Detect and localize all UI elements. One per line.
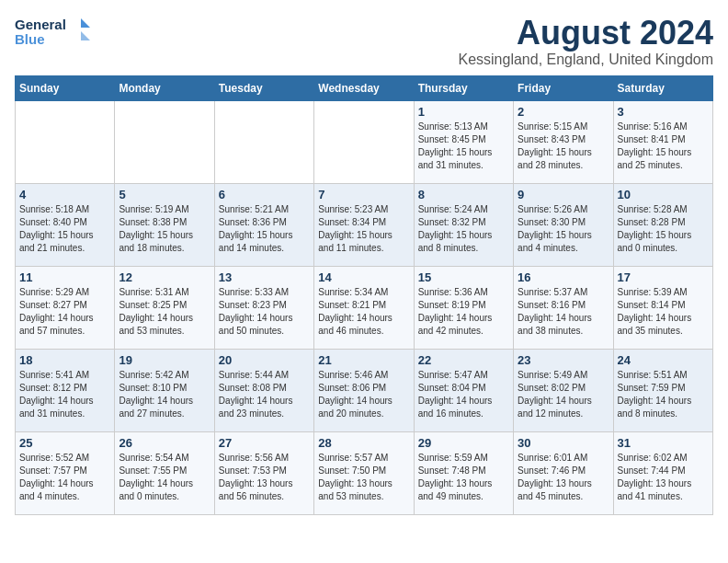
day-number: 17 bbox=[618, 270, 709, 284]
day-number: 9 bbox=[518, 188, 609, 201]
calendar-cell: 19Sunrise: 5:42 AM Sunset: 8:10 PM Dayli… bbox=[115, 349, 214, 431]
day-number: 14 bbox=[318, 270, 409, 284]
day-number: 20 bbox=[219, 353, 310, 367]
calendar-cell bbox=[16, 100, 115, 183]
calendar-cell: 5Sunrise: 5:19 AM Sunset: 8:38 PM Daylig… bbox=[115, 183, 214, 266]
calendar-cell: 25Sunrise: 5:52 AM Sunset: 7:57 PM Dayli… bbox=[16, 431, 115, 514]
day-number: 29 bbox=[418, 436, 509, 450]
calendar-week-row: 4Sunrise: 5:18 AM Sunset: 8:40 PM Daylig… bbox=[16, 183, 713, 266]
day-number: 19 bbox=[119, 353, 210, 367]
day-info: Sunrise: 5:49 AM Sunset: 8:02 PM Dayligh… bbox=[518, 369, 609, 420]
calendar-cell: 11Sunrise: 5:29 AM Sunset: 8:27 PM Dayli… bbox=[16, 266, 115, 349]
calendar-week-row: 11Sunrise: 5:29 AM Sunset: 8:27 PM Dayli… bbox=[16, 266, 713, 349]
day-info: Sunrise: 5:44 AM Sunset: 8:08 PM Dayligh… bbox=[219, 369, 310, 420]
day-info: Sunrise: 5:23 AM Sunset: 8:34 PM Dayligh… bbox=[318, 203, 409, 255]
calendar-cell: 13Sunrise: 5:33 AM Sunset: 8:23 PM Dayli… bbox=[214, 266, 313, 349]
day-number: 28 bbox=[318, 436, 409, 450]
day-info: Sunrise: 5:52 AM Sunset: 7:57 PM Dayligh… bbox=[19, 452, 110, 503]
calendar-cell: 2Sunrise: 5:15 AM Sunset: 8:43 PM Daylig… bbox=[514, 100, 613, 183]
calendar-cell: 10Sunrise: 5:28 AM Sunset: 8:28 PM Dayli… bbox=[613, 183, 712, 266]
day-number: 12 bbox=[119, 270, 210, 284]
day-info: Sunrise: 5:28 AM Sunset: 8:28 PM Dayligh… bbox=[618, 203, 709, 255]
calendar-cell: 3Sunrise: 5:16 AM Sunset: 8:41 PM Daylig… bbox=[613, 100, 712, 183]
calendar-cell: 15Sunrise: 5:36 AM Sunset: 8:19 PM Dayli… bbox=[414, 266, 513, 349]
day-info: Sunrise: 6:01 AM Sunset: 7:46 PM Dayligh… bbox=[518, 452, 609, 503]
logo: General Blue bbox=[15, 15, 97, 53]
calendar-cell: 6Sunrise: 5:21 AM Sunset: 8:36 PM Daylig… bbox=[214, 183, 313, 266]
calendar-table: SundayMondayTuesdayWednesdayThursdayFrid… bbox=[15, 75, 713, 515]
day-number: 25 bbox=[19, 436, 110, 450]
calendar-cell: 29Sunrise: 5:59 AM Sunset: 7:48 PM Dayli… bbox=[414, 431, 513, 514]
day-info: Sunrise: 5:51 AM Sunset: 7:59 PM Dayligh… bbox=[618, 369, 709, 420]
calendar-cell: 31Sunrise: 6:02 AM Sunset: 7:44 PM Dayli… bbox=[613, 431, 712, 514]
calendar-cell: 1Sunrise: 5:13 AM Sunset: 8:45 PM Daylig… bbox=[414, 100, 513, 183]
day-number: 22 bbox=[418, 353, 509, 367]
logo-svg: General Blue bbox=[15, 15, 97, 50]
day-header-monday: Monday bbox=[115, 75, 214, 100]
day-header-thursday: Thursday bbox=[414, 75, 513, 100]
day-number: 10 bbox=[618, 188, 709, 201]
day-number: 2 bbox=[518, 105, 609, 119]
calendar-cell: 26Sunrise: 5:54 AM Sunset: 7:55 PM Dayli… bbox=[115, 431, 214, 514]
day-info: Sunrise: 6:02 AM Sunset: 7:44 PM Dayligh… bbox=[618, 452, 709, 503]
day-number: 24 bbox=[618, 353, 709, 367]
calendar-cell: 24Sunrise: 5:51 AM Sunset: 7:59 PM Dayli… bbox=[613, 349, 712, 431]
day-info: Sunrise: 5:31 AM Sunset: 8:25 PM Dayligh… bbox=[119, 286, 210, 338]
day-info: Sunrise: 5:15 AM Sunset: 8:43 PM Dayligh… bbox=[518, 121, 609, 172]
day-number: 26 bbox=[119, 436, 210, 450]
day-number: 5 bbox=[119, 188, 210, 201]
svg-text:Blue: Blue bbox=[15, 31, 45, 47]
day-info: Sunrise: 5:41 AM Sunset: 8:12 PM Dayligh… bbox=[19, 369, 110, 420]
calendar-week-row: 18Sunrise: 5:41 AM Sunset: 8:12 PM Dayli… bbox=[16, 349, 713, 431]
calendar-cell: 30Sunrise: 6:01 AM Sunset: 7:46 PM Dayli… bbox=[514, 431, 613, 514]
day-info: Sunrise: 5:59 AM Sunset: 7:48 PM Dayligh… bbox=[418, 452, 509, 503]
svg-marker-2 bbox=[81, 18, 90, 28]
day-number: 8 bbox=[418, 188, 509, 201]
day-info: Sunrise: 5:16 AM Sunset: 8:41 PM Dayligh… bbox=[618, 121, 709, 172]
day-info: Sunrise: 5:56 AM Sunset: 7:53 PM Dayligh… bbox=[219, 452, 310, 503]
day-info: Sunrise: 5:29 AM Sunset: 8:27 PM Dayligh… bbox=[19, 286, 110, 338]
day-info: Sunrise: 5:37 AM Sunset: 8:16 PM Dayligh… bbox=[518, 286, 609, 338]
logo-text: General Blue bbox=[15, 15, 97, 53]
page-header: General Blue August 2024 Kessingland, En… bbox=[15, 15, 713, 68]
calendar-cell bbox=[214, 100, 313, 183]
day-header-wednesday: Wednesday bbox=[314, 75, 414, 100]
subtitle: Kessingland, England, United Kingdom bbox=[458, 52, 713, 68]
calendar-cell: 9Sunrise: 5:26 AM Sunset: 8:30 PM Daylig… bbox=[514, 183, 613, 266]
calendar-cell bbox=[314, 100, 414, 183]
day-info: Sunrise: 5:34 AM Sunset: 8:21 PM Dayligh… bbox=[318, 286, 409, 338]
day-number: 27 bbox=[219, 436, 310, 450]
day-number: 1 bbox=[418, 105, 509, 119]
calendar-cell: 28Sunrise: 5:57 AM Sunset: 7:50 PM Dayli… bbox=[314, 431, 414, 514]
day-info: Sunrise: 5:26 AM Sunset: 8:30 PM Dayligh… bbox=[518, 203, 609, 255]
day-number: 31 bbox=[618, 436, 709, 450]
day-number: 4 bbox=[19, 188, 110, 201]
day-info: Sunrise: 5:46 AM Sunset: 8:06 PM Dayligh… bbox=[318, 369, 409, 420]
day-number: 3 bbox=[618, 105, 709, 119]
day-info: Sunrise: 5:21 AM Sunset: 8:36 PM Dayligh… bbox=[219, 203, 310, 255]
calendar-week-row: 25Sunrise: 5:52 AM Sunset: 7:57 PM Dayli… bbox=[16, 431, 713, 514]
day-number: 18 bbox=[19, 353, 110, 367]
day-info: Sunrise: 5:47 AM Sunset: 8:04 PM Dayligh… bbox=[418, 369, 509, 420]
calendar-cell: 21Sunrise: 5:46 AM Sunset: 8:06 PM Dayli… bbox=[314, 349, 414, 431]
day-info: Sunrise: 5:54 AM Sunset: 7:55 PM Dayligh… bbox=[119, 452, 210, 503]
svg-text:General: General bbox=[15, 17, 66, 32]
calendar-week-row: 1Sunrise: 5:13 AM Sunset: 8:45 PM Daylig… bbox=[16, 100, 713, 183]
day-info: Sunrise: 5:24 AM Sunset: 8:32 PM Dayligh… bbox=[418, 203, 509, 255]
calendar-cell: 18Sunrise: 5:41 AM Sunset: 8:12 PM Dayli… bbox=[16, 349, 115, 431]
svg-marker-3 bbox=[81, 31, 90, 40]
day-number: 13 bbox=[219, 270, 310, 284]
day-number: 6 bbox=[219, 188, 310, 201]
day-header-saturday: Saturday bbox=[613, 75, 712, 100]
day-number: 7 bbox=[318, 188, 409, 201]
day-number: 11 bbox=[19, 270, 110, 284]
day-header-friday: Friday bbox=[514, 75, 613, 100]
main-title: August 2024 bbox=[458, 15, 713, 52]
calendar-cell: 4Sunrise: 5:18 AM Sunset: 8:40 PM Daylig… bbox=[16, 183, 115, 266]
day-number: 30 bbox=[518, 436, 609, 450]
calendar-cell: 17Sunrise: 5:39 AM Sunset: 8:14 PM Dayli… bbox=[613, 266, 712, 349]
day-header-tuesday: Tuesday bbox=[214, 75, 313, 100]
day-number: 21 bbox=[318, 353, 409, 367]
day-info: Sunrise: 5:33 AM Sunset: 8:23 PM Dayligh… bbox=[219, 286, 310, 338]
day-info: Sunrise: 5:42 AM Sunset: 8:10 PM Dayligh… bbox=[119, 369, 210, 420]
